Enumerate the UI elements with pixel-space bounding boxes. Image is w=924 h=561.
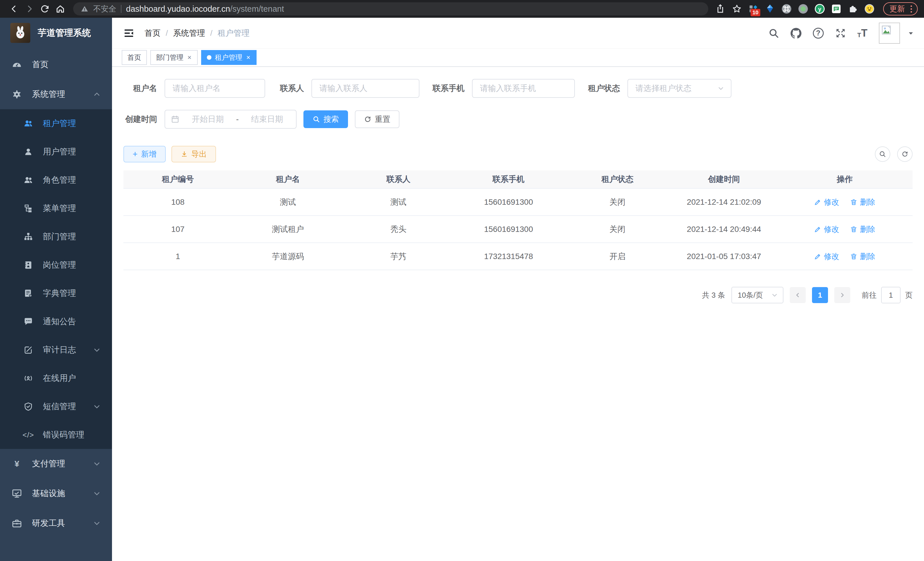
edit-link[interactable]: 修改 [814, 197, 839, 207]
cell-contact: 秃头 [344, 224, 453, 235]
extension-emoji-icon[interactable] [862, 2, 876, 16]
tenant-name-input[interactable] [165, 79, 265, 98]
sidebar-item-dict[interactable]: 字典管理 [0, 279, 112, 307]
browser-forward-icon[interactable] [22, 2, 37, 16]
delete-link[interactable]: 删除 [850, 224, 875, 235]
end-date-placeholder[interactable]: 结束日期 [244, 114, 290, 125]
browser-reload-icon[interactable] [37, 2, 52, 16]
start-date-placeholder[interactable]: 开始日期 [184, 114, 231, 125]
help-icon[interactable]: ? [813, 28, 824, 39]
url-path: /system/tenant [230, 4, 284, 14]
table-row: 107 测试租户 秃头 15601691300 关闭 2021-12-14 20… [123, 216, 913, 243]
sidebar-item-infra[interactable]: 基础设施 [0, 479, 112, 508]
sidebar-item-post[interactable]: 岗位管理 [0, 251, 112, 279]
url-domain: dashboard.yudao.iocoder.cn [126, 4, 230, 14]
fullscreen-icon[interactable] [835, 28, 846, 39]
sidebar-item-menu[interactable]: 菜单管理 [0, 194, 112, 223]
org-chart-icon [23, 231, 34, 242]
address-bar[interactable]: 不安全 dashboard.yudao.iocoder.cn/system/te… [73, 2, 708, 15]
sidebar-item-tenant[interactable]: 租户管理 [0, 109, 112, 138]
security-warning-icon[interactable] [81, 5, 88, 13]
gear-icon [11, 88, 23, 100]
goto-unit-label: 页 [905, 290, 913, 300]
add-button-label: 新增 [141, 149, 157, 159]
chevron-down-icon [93, 346, 100, 354]
edit-link[interactable]: 修改 [814, 251, 839, 262]
sidebar-item-dev-tools[interactable]: 研发工具 [0, 508, 112, 538]
cell-tenant-name: 测试租户 [232, 224, 344, 235]
monitor-icon [11, 487, 23, 499]
sidebar-item-sms[interactable]: 短信管理 [0, 392, 112, 421]
sidebar-item-label: 在线用户 [43, 373, 76, 384]
table-row: 1 芋道源码 芋艿 17321315478 开启 2021-01-05 17:0… [123, 243, 913, 270]
sidebar-item-online-users[interactable]: 在线用户 [0, 364, 112, 392]
sidebar-item-role[interactable]: 角色管理 [0, 166, 112, 194]
refresh-button[interactable] [897, 146, 913, 162]
share-icon[interactable] [713, 2, 727, 16]
sidebar-item-error-code[interactable]: </> 错误码管理 [0, 421, 112, 449]
close-icon[interactable]: × [187, 53, 192, 62]
sidebar-item-label: 系统管理 [32, 89, 65, 100]
extension-grid-diamond-icon[interactable]: 10 [747, 2, 760, 16]
sidebar-item-pay[interactable]: ¥ 支付管理 [0, 449, 112, 479]
bookmark-star-icon[interactable] [730, 2, 744, 16]
extension-puzzle-icon[interactable] [846, 2, 860, 16]
sidebar-fold-icon[interactable] [122, 26, 136, 40]
edit-link[interactable]: 修改 [814, 224, 839, 235]
extension-command-icon[interactable] [780, 2, 794, 16]
tenant-status-select[interactable]: 请选择租户状态 [627, 79, 731, 98]
avatar[interactable] [879, 23, 900, 44]
chevron-up-icon [93, 91, 100, 98]
cell-status: 关闭 [564, 224, 671, 235]
goto-page-input[interactable] [881, 287, 901, 303]
prev-page-button[interactable] [790, 287, 806, 303]
browser-home-icon[interactable] [52, 2, 68, 16]
search-button[interactable]: 搜索 [303, 110, 348, 128]
browser-menu-icon[interactable] [908, 4, 914, 14]
breadcrumb-home[interactable]: 首页 [145, 28, 160, 39]
extension-y-icon[interactable]: y [813, 2, 826, 16]
font-size-icon[interactable]: TT [857, 28, 867, 38]
browser-update-button[interactable]: 更新 [883, 2, 918, 15]
next-page-button[interactable] [834, 287, 850, 303]
sidebar-item-home[interactable]: 首页 [0, 50, 112, 80]
url-text[interactable]: dashboard.yudao.iocoder.cn/system/tenant [126, 4, 284, 14]
page-number-button[interactable]: 1 [812, 287, 828, 303]
toggle-search-button[interactable] [875, 146, 890, 162]
tab-tenant[interactable]: 租户管理 × [201, 50, 256, 65]
add-button[interactable]: + 新增 [123, 146, 166, 162]
cell-tenant-id: 1 [123, 252, 232, 261]
create-time-range-picker[interactable]: 开始日期 - 结束日期 [165, 110, 297, 129]
cell-contact: 测试 [344, 197, 453, 208]
contact-input[interactable] [311, 79, 419, 98]
avatar-caret-icon[interactable] [908, 30, 914, 37]
contact-label: 联系人 [280, 83, 304, 94]
close-icon[interactable]: × [246, 53, 251, 62]
tab-home[interactable]: 首页 [122, 50, 147, 65]
cell-tenant-name: 芋道源码 [232, 251, 344, 262]
sidebar-item-system[interactable]: 系统管理 [0, 80, 112, 109]
breadcrumb-system[interactable]: 系统管理 [173, 28, 205, 39]
browser-back-icon[interactable] [6, 2, 22, 16]
mobile-input[interactable] [472, 79, 575, 98]
page-content: 租户名 联系人 联系手机 租户状态 请选择租户状态 [112, 67, 924, 561]
github-icon[interactable] [790, 28, 801, 39]
tab-dept[interactable]: 部门管理 × [150, 50, 198, 65]
export-button[interactable]: 导出 [171, 146, 216, 162]
header-search-icon[interactable] [768, 28, 779, 39]
extension-dot-icon[interactable] [796, 2, 810, 16]
sidebar-item-audit-log[interactable]: 审计日志 [0, 336, 112, 364]
delete-link[interactable]: 删除 [850, 197, 875, 207]
reset-button[interactable]: 重置 [355, 110, 399, 128]
extension-kite-icon[interactable] [763, 2, 777, 16]
sidebar-item-notice[interactable]: 通知公告 [0, 307, 112, 336]
sidebar-item-user[interactable]: 用户管理 [0, 138, 112, 166]
app-logo-row[interactable]: 芋道管理系统 [0, 18, 112, 48]
security-label[interactable]: 不安全 [93, 4, 116, 14]
delete-link[interactable]: 删除 [850, 251, 875, 262]
reset-button-label: 重置 [375, 114, 390, 124]
cell-mobile: 15601691300 [453, 198, 564, 207]
extension-chat-icon[interactable] [830, 2, 843, 16]
page-size-select[interactable]: 10条/页 [731, 287, 783, 303]
sidebar-item-dept[interactable]: 部门管理 [0, 223, 112, 251]
